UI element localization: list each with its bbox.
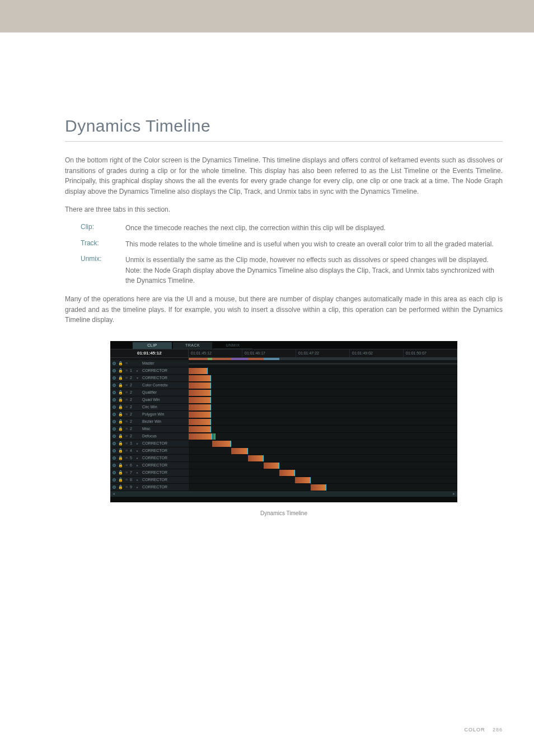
reorder-icon[interactable]: ≡: [125, 441, 128, 445]
enable-dot-icon[interactable]: [113, 442, 116, 445]
reorder-icon[interactable]: ≡: [125, 383, 128, 387]
timeline-row[interactable]: 🔒≡2Quad Win: [110, 396, 457, 404]
timeline-row[interactable]: 🔒≡2Bezier Win: [110, 418, 457, 426]
timeline-row[interactable]: 🔒≡4▸CORRECTOR: [110, 447, 457, 455]
clip-segment[interactable]: [189, 412, 211, 418]
enable-dot-icon[interactable]: [113, 398, 116, 402]
enable-dot-icon[interactable]: [113, 486, 116, 489]
lock-icon[interactable]: 🔒: [118, 449, 123, 453]
timeline-row[interactable]: 🔒≡2Defocus: [110, 433, 457, 440]
reorder-icon[interactable]: ≡: [125, 361, 128, 365]
lock-icon[interactable]: 🔒: [118, 368, 123, 373]
enable-dot-icon[interactable]: [113, 362, 116, 365]
row-track[interactable]: [189, 426, 457, 432]
reorder-icon[interactable]: ≡: [125, 376, 128, 380]
timeline-row[interactable]: 🔒≡1▸CORRECTOR: [110, 367, 457, 375]
lock-icon[interactable]: 🔒: [118, 376, 123, 380]
reorder-icon[interactable]: ≡: [125, 412, 128, 416]
tab-clip[interactable]: CLIP: [133, 342, 172, 349]
enable-dot-icon[interactable]: [113, 464, 116, 467]
tab-track[interactable]: TRACK: [173, 342, 212, 349]
expand-icon[interactable]: ▸: [137, 441, 140, 445]
expand-icon[interactable]: ▸: [137, 478, 140, 482]
timeline-row[interactable]: 🔒≡9▸CORRECTOR: [110, 484, 457, 491]
reorder-icon[interactable]: ≡: [125, 456, 128, 460]
enable-dot-icon[interactable]: [113, 456, 116, 460]
expand-icon[interactable]: ▸: [137, 463, 140, 467]
reorder-icon[interactable]: ≡: [125, 478, 128, 482]
lock-icon[interactable]: 🔒: [118, 390, 123, 395]
reorder-icon[interactable]: ≡: [125, 427, 128, 431]
expand-icon[interactable]: ▸: [137, 456, 140, 460]
clip-segment[interactable]: [295, 477, 311, 483]
lock-icon[interactable]: 🔒: [118, 412, 123, 417]
timeline-row[interactable]: 🔒≡3▸CORRECTOR: [110, 440, 457, 447]
clip-segment[interactable]: [189, 390, 211, 396]
row-track[interactable]: [189, 418, 457, 425]
lock-icon[interactable]: 🔒: [118, 470, 123, 475]
clip-segment[interactable]: [189, 397, 211, 403]
clip-segment[interactable]: [264, 463, 279, 469]
lock-icon[interactable]: 🔒: [118, 361, 123, 366]
timeline-row[interactable]: 🔒≡2Polygon Win: [110, 411, 457, 418]
expand-icon[interactable]: ▸: [137, 368, 140, 372]
reorder-icon[interactable]: ≡: [125, 390, 128, 394]
lock-icon[interactable]: 🔒: [118, 478, 123, 482]
row-track[interactable]: [189, 404, 457, 410]
clip-segment[interactable]: [212, 433, 216, 440]
reorder-icon[interactable]: ≡: [125, 405, 128, 409]
row-track[interactable]: [189, 375, 457, 381]
timeline-row[interactable]: 🔒≡7▸CORRECTOR: [110, 469, 457, 477]
lock-icon[interactable]: 🔒: [118, 434, 123, 438]
enable-dot-icon[interactable]: [113, 384, 116, 387]
reorder-icon[interactable]: ≡: [125, 368, 128, 372]
timeline-row[interactable]: 🔒≡2Circ Win: [110, 404, 457, 411]
lock-icon[interactable]: 🔒: [118, 485, 123, 489]
clip-segment[interactable]: [189, 404, 211, 410]
lock-icon[interactable]: 🔒: [118, 427, 123, 431]
row-track[interactable]: [189, 367, 457, 374]
enable-dot-icon[interactable]: [113, 427, 116, 431]
expand-icon[interactable]: ▸: [137, 485, 140, 489]
timeline-row[interactable]: 🔒≡2Misc: [110, 426, 457, 433]
scrollbar[interactable]: [110, 497, 457, 502]
clip-segment[interactable]: [189, 382, 211, 389]
clip-segment[interactable]: [279, 470, 295, 476]
enable-dot-icon[interactable]: [113, 369, 116, 372]
row-track[interactable]: [189, 469, 457, 476]
reorder-icon[interactable]: ≡: [125, 449, 128, 452]
scroll-right-icon[interactable]: ▸: [453, 491, 455, 497]
lock-icon[interactable]: 🔒: [118, 405, 123, 409]
enable-dot-icon[interactable]: [113, 478, 116, 482]
clip-segment[interactable]: [248, 455, 264, 461]
timeline-row[interactable]: 🔒≡2▾CORRECTOR: [110, 375, 457, 382]
clip-segment[interactable]: [189, 368, 208, 374]
lock-icon[interactable]: 🔒: [118, 419, 123, 424]
clip-segment[interactable]: [212, 441, 231, 447]
row-track[interactable]: [189, 360, 457, 367]
enable-dot-icon[interactable]: [113, 435, 116, 438]
timeline-row[interactable]: 🔒≡6▸CORRECTOR: [110, 462, 457, 469]
row-track[interactable]: [189, 455, 457, 461]
enable-dot-icon[interactable]: [113, 471, 116, 474]
reorder-icon[interactable]: ≡: [125, 434, 128, 438]
clip-segment[interactable]: [311, 484, 326, 491]
row-track[interactable]: [189, 462, 457, 469]
timeline-row[interactable]: 🔒≡5▸CORRECTOR: [110, 455, 457, 462]
tab-unmix[interactable]: UNMIX: [213, 342, 252, 349]
expand-icon[interactable]: ▸: [137, 449, 140, 452]
row-track[interactable]: [189, 396, 457, 403]
lock-icon[interactable]: 🔒: [118, 456, 123, 460]
row-track[interactable]: [189, 440, 457, 447]
row-track[interactable]: [189, 433, 457, 440]
reorder-icon[interactable]: ≡: [125, 463, 128, 467]
scroll-left-icon[interactable]: ◂: [113, 491, 115, 497]
clip-segment[interactable]: [189, 426, 211, 432]
timeline-row[interactable]: 🔒≡2Qualifier: [110, 389, 457, 396]
enable-dot-icon[interactable]: [113, 391, 116, 394]
row-track[interactable]: [189, 389, 457, 396]
clip-segment[interactable]: [231, 448, 248, 454]
enable-dot-icon[interactable]: [113, 413, 116, 416]
expand-icon[interactable]: ▾: [137, 376, 140, 380]
timeline-row[interactable]: 🔒≡2Color Correcto: [110, 382, 457, 389]
